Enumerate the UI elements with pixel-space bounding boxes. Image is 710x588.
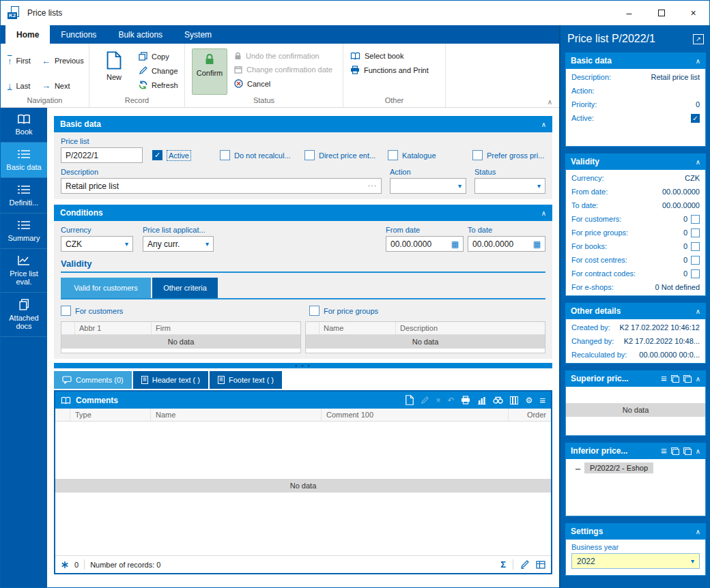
- business-year-select[interactable]: 2022 ▾: [571, 553, 700, 569]
- for-customers-checkbox[interactable]: For customers: [61, 306, 309, 316]
- to-date-input[interactable]: 00.00.0000▦: [468, 236, 545, 252]
- copy-window-icon[interactable]: [683, 375, 692, 383]
- refresh-button[interactable]: Refresh: [139, 80, 178, 89]
- functions-and-print-button[interactable]: Functions and Print: [350, 65, 429, 74]
- details-panel-header: Price list P/2022/1 ↗: [565, 29, 706, 53]
- details-settings-header[interactable]: Settings ∧: [565, 523, 706, 540]
- tab-valid-for-customers[interactable]: Valid for customers: [61, 278, 151, 298]
- from-date-input[interactable]: 00.00.0000▦: [386, 236, 464, 252]
- search-binoculars-icon[interactable]: [493, 396, 503, 404]
- details-validity-header[interactable]: Validity ∧: [565, 153, 706, 170]
- copy-button[interactable]: Copy: [139, 52, 178, 61]
- conditions-section-header[interactable]: Conditions ∧: [54, 205, 552, 221]
- row-selector-column-header[interactable]: [61, 322, 75, 334]
- tab-other-criteria[interactable]: Other criteria: [152, 278, 218, 298]
- menu-icon[interactable]: ≡: [539, 396, 545, 405]
- next-button[interactable]: →Next: [42, 77, 84, 95]
- business-year-label: Business year: [571, 543, 700, 551]
- open-window-icon[interactable]: [671, 375, 679, 383]
- checkbox-icon: [304, 150, 315, 160]
- column-header-type[interactable]: Type: [70, 409, 151, 421]
- for-price-groups-checkbox[interactable]: For price groups: [309, 306, 378, 316]
- currency-select[interactable]: CZK▾: [61, 236, 133, 252]
- column-header-firm[interactable]: Firm: [152, 322, 300, 334]
- details-inferior-section: Inferior price... ≡ ∧ ▬ P/2022/2 - Eshop: [565, 443, 706, 516]
- new-record-icon[interactable]: [406, 395, 414, 405]
- edit-pencil-icon[interactable]: [520, 560, 529, 569]
- tab-footer-text[interactable]: Footer text ( ): [210, 371, 282, 389]
- column-header-order[interactable]: Order: [509, 409, 551, 421]
- collapse-icon: ∧: [696, 308, 700, 315]
- action-select[interactable]: ▾: [390, 178, 466, 194]
- open-in-window-button[interactable]: ↗: [693, 34, 704, 44]
- sum-icon[interactable]: Σ: [500, 559, 506, 570]
- new-button[interactable]: New: [96, 48, 132, 95]
- maximize-button[interactable]: [645, 1, 677, 25]
- do-not-recalculate-checkbox[interactable]: Do not recalcul...: [220, 150, 300, 160]
- details-superior-header[interactable]: Superior pric... ≡ ∧: [565, 370, 706, 387]
- first-button[interactable]: ↑First: [8, 52, 31, 70]
- sidebar-item-price-list-eval[interactable]: Price list eval.: [1, 249, 47, 293]
- details-other-header[interactable]: Other details ∧: [565, 303, 706, 319]
- comments-title: Comments: [76, 396, 118, 405]
- row-selector-column-header[interactable]: [55, 409, 70, 421]
- sidebar-item-definitions[interactable]: Definiti...: [1, 178, 47, 214]
- status-label: Status: [474, 166, 545, 178]
- minimize-button[interactable]: –: [613, 1, 645, 25]
- column-header-abbr1[interactable]: Abbr 1: [75, 322, 152, 334]
- price-list-input[interactable]: P/2022/1: [61, 147, 143, 163]
- column-header-name[interactable]: Name: [320, 322, 396, 334]
- copy-window-icon[interactable]: [683, 447, 692, 455]
- prefer-gross-price-checkbox[interactable]: Prefer gross pri...: [472, 150, 544, 160]
- sidebar-item-book[interactable]: Book: [1, 108, 47, 143]
- row-selector-column-header[interactable]: [306, 322, 320, 334]
- last-button[interactable]: ↓Last: [8, 77, 31, 95]
- print-icon[interactable]: [461, 396, 470, 405]
- sidebar-item-basic-data[interactable]: Basic data: [1, 143, 47, 178]
- tab-home[interactable]: Home: [5, 25, 50, 44]
- cancel-button[interactable]: Cancel: [234, 79, 332, 88]
- katalogue-checkbox[interactable]: Katalogue: [388, 150, 468, 160]
- calendar-icon[interactable]: ▦: [451, 240, 459, 248]
- direct-price-entry-checkbox[interactable]: Direct price ent...: [304, 150, 384, 160]
- applicability-select[interactable]: Any curr.▾: [143, 236, 214, 252]
- tab-functions[interactable]: Functions: [50, 25, 107, 44]
- column-header-comment[interactable]: Comment 100: [322, 409, 509, 421]
- splitter-handle[interactable]: ● ● ●: [54, 363, 552, 368]
- change-button[interactable]: Change: [139, 66, 178, 75]
- calendar-icon[interactable]: ▦: [533, 240, 541, 248]
- details-basic-data-header[interactable]: Basic data ∧: [565, 53, 706, 69]
- open-window-icon[interactable]: [671, 447, 679, 455]
- tab-system[interactable]: System: [173, 25, 223, 44]
- tab-bulk-actions[interactable]: Bulk actions: [107, 25, 173, 44]
- sidebar-item-summary[interactable]: Summary: [1, 214, 47, 249]
- delete-record-icon: ×: [436, 396, 440, 405]
- columns-icon[interactable]: [510, 396, 518, 405]
- confirm-button[interactable]: Confirm: [192, 48, 227, 95]
- basic-data-section-header[interactable]: Basic data ∧: [54, 116, 552, 132]
- lock-icon: [204, 53, 215, 65]
- tab-comments[interactable]: Comments (0): [54, 371, 132, 389]
- menu-icon[interactable]: ≡: [661, 447, 667, 455]
- select-book-button[interactable]: Select book: [350, 52, 429, 60]
- close-button[interactable]: ×: [677, 1, 709, 25]
- more-button[interactable]: ···: [368, 182, 377, 190]
- checkbox-icon: [691, 242, 700, 251]
- column-header-name[interactable]: Name: [151, 409, 322, 421]
- gear-icon[interactable]: ⚙: [525, 396, 532, 405]
- detail-row: Recalculated by:00.00.0000 00:0...: [566, 348, 705, 362]
- ribbon-collapse-button[interactable]: ∧: [548, 98, 552, 106]
- tab-header-text[interactable]: Header text ( ): [133, 371, 208, 389]
- page-text-icon: [218, 376, 225, 384]
- column-header-description[interactable]: Description: [396, 322, 545, 334]
- grid-edit-icon[interactable]: [536, 561, 545, 569]
- chart-icon[interactable]: [477, 396, 486, 405]
- description-input[interactable]: Retail price list···: [61, 178, 382, 194]
- previous-button[interactable]: ←Previous: [42, 52, 84, 70]
- details-inferior-header[interactable]: Inferior price... ≡ ∧: [565, 443, 706, 459]
- status-select[interactable]: ▾: [474, 178, 545, 194]
- active-checkbox[interactable]: ✓Active: [152, 150, 191, 161]
- inferior-price-list-item[interactable]: ▬ P/2022/2 - Eshop: [566, 460, 705, 473]
- menu-icon[interactable]: ≡: [661, 374, 667, 383]
- sidebar-item-attached-docs[interactable]: Attached docs: [1, 293, 47, 337]
